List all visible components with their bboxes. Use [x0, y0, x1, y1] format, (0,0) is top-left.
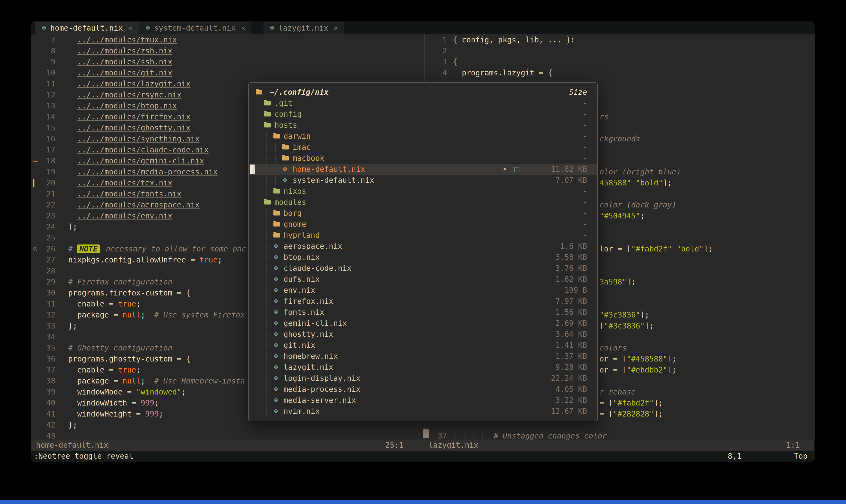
token [68, 134, 77, 143]
gutter-sign [31, 144, 42, 156]
line-number: 20 [42, 177, 55, 188]
token: 458588" "bold" [600, 178, 663, 187]
nix-file-icon: ❄ [273, 318, 283, 329]
tree-item-hyprland[interactable]: │ hyprland- [249, 230, 597, 241]
tree-item-gemini-cli.nix[interactable]: │ ❄gemini-cli.nix2.69 KB [249, 318, 597, 329]
code-fragment: or = ["#458588"]; [600, 354, 676, 364]
token: }; [68, 420, 77, 429]
gutter-gap [447, 46, 453, 56]
tree-item-imac[interactable]: │ │ imac- [249, 142, 597, 153]
tab-lazygit.nix[interactable]: ❄lazygit.nix× [263, 21, 344, 34]
gutter-sign [31, 397, 42, 409]
indent-guide: │ [264, 406, 273, 417]
neotree-root-path: ~/.config/nix [270, 88, 328, 96]
code-line: 8 ../../modules/zsh.nix [31, 46, 424, 56]
item-size: 12.67 KB [536, 406, 587, 417]
token: ../../modules/media-process.nix [77, 167, 218, 176]
code-line: 7 ../../modules/tmux.nix [31, 34, 424, 46]
token: ; [136, 300, 141, 308]
line-number: 7 [42, 34, 55, 46]
tree-item-env.nix[interactable]: │ ❄env.nix109 B [249, 285, 597, 296]
code-line: 43 [31, 430, 424, 439]
tree-item-darwin[interactable]: │ darwin- [249, 131, 597, 142]
indent-guide: │ [264, 241, 273, 252]
item-name: aerospace.nix [283, 241, 342, 252]
tree-item-claude-code.nix[interactable]: │ ❄claude-code.nix3.76 KB [249, 263, 597, 274]
item-size: 1.6 KB [536, 241, 587, 252]
tree-item-nixos[interactable]: │ nixos- [249, 186, 597, 197]
tree-item-config[interactable]: config- [249, 109, 597, 120]
indent-guide: │ [264, 131, 273, 142]
tree-item-firefox.nix[interactable]: │ ❄firefox.nix7.97 KB [249, 296, 597, 307]
token: true [200, 255, 218, 264]
tree-item-home-default.nix[interactable]: │ │ ❄home-default.nix•□11.82 KB [249, 164, 597, 175]
tree-item-system-default.nix[interactable]: │ │ ❄system-default.nix7.07 KB [249, 175, 597, 186]
gutter-gap [447, 34, 453, 46]
command-line[interactable]: :Neotree toggle reveal 8,1 Top [31, 451, 815, 462]
gutter-sign [31, 133, 42, 144]
token: ../../modules/lazygit.nix [77, 79, 190, 88]
folder-open-icon [264, 123, 271, 127]
tree-item-hosts[interactable]: hosts- [249, 120, 597, 131]
token: ]; [663, 178, 672, 187]
item-name: firefox.nix [283, 296, 333, 307]
line-number: 27 [42, 254, 55, 266]
item-name: homebrew.nix [283, 351, 338, 362]
token: ../../modules/claude-code.nix [77, 145, 209, 154]
line-number: 34 [42, 331, 55, 342]
gutter-sign [31, 78, 42, 89]
gutter-sign [31, 188, 42, 199]
folder-icon [273, 222, 280, 227]
tree-item-ghostty.nix[interactable]: │ ❄ghostty.nix3.64 KB [249, 329, 597, 340]
tree-item-fonts.nix[interactable]: │ ❄fonts.nix1.56 KB [249, 307, 597, 318]
token: "#fabd2f" [613, 398, 654, 408]
tree-item-btop.nix[interactable]: │ ❄btop.nix3.58 KB [249, 252, 597, 263]
tab-close-icon[interactable]: × [241, 24, 246, 33]
indent-guide: │ [264, 274, 273, 285]
item-name: btop.nix [283, 252, 320, 263]
token: "#458588" [626, 355, 668, 363]
code-fragment: color (dark gray) [600, 199, 676, 211]
tree-item-nvim.nix[interactable]: │ ❄nvim.nix12.67 KB [249, 406, 597, 417]
gutter-gap [55, 397, 68, 409]
tree-item-media-process.nix[interactable]: │ ❄media-process.nix4.05 KB [249, 384, 597, 395]
ruler-position: 8,1 [728, 451, 742, 462]
gutter-gap [55, 56, 68, 67]
gutter-sign [31, 375, 42, 386]
tab-system-default.nix[interactable]: ❄system-default.nix× [139, 21, 252, 34]
code-text: ../../modules/git.nix [68, 67, 424, 78]
token [68, 190, 77, 198]
scrollbar-thumb[interactable] [423, 429, 429, 438]
gutter-gap [55, 419, 68, 430]
indent-guide: │ [264, 230, 273, 241]
gutter-sign-bar: ▎ [31, 177, 42, 188]
tree-item-borg[interactable]: │ borg- [249, 208, 597, 219]
code-text: { config, pkgs, lib, ... }: [453, 34, 815, 46]
token: ]; [668, 365, 676, 374]
tree-item-login-display.nix[interactable]: │ ❄login-display.nix22.24 KB [249, 373, 597, 384]
gutter-sign [31, 354, 42, 364]
statusline-left-position: 25:1 [385, 441, 403, 450]
tree-item-gnome[interactable]: │ gnome- [249, 219, 597, 230]
tree-item-git.nix[interactable]: │ ❄git.nix1.41 KB [249, 340, 597, 351]
item-name: system-default.nix [292, 175, 374, 186]
tree-item-modules[interactable]: modules- [249, 197, 597, 208]
tree-item-aerospace.nix[interactable]: │ ❄aerospace.nix1.6 KB [249, 241, 597, 252]
tree-item-media-server.nix[interactable]: │ ❄media-server.nix3.22 KB [249, 395, 597, 406]
tab-home-default.nix[interactable]: ❄home-default.nix× [35, 21, 139, 34]
code-fragment: r rebase [600, 386, 636, 397]
tab-close-icon[interactable]: × [128, 24, 133, 33]
tree-item-lazygit.nix[interactable]: │ ❄lazygit.nix9.28 KB [249, 362, 597, 373]
tree-item-.git[interactable]: .git- [249, 98, 597, 109]
line-number: 35 [42, 342, 55, 354]
token: nixpkgs.config.allowUnfree = [68, 255, 200, 264]
gutter-sign-circle: ◎ [31, 244, 42, 254]
tree-item-dufs.nix[interactable]: │ ❄dufs.nix1.62 KB [249, 274, 597, 285]
tree-item-macbook[interactable]: │ │ macbook- [249, 153, 597, 164]
tree-item-homebrew.nix[interactable]: │ ❄homebrew.nix1.37 KB [249, 351, 597, 362]
line-number: 43 [42, 430, 55, 439]
folder-icon [264, 101, 271, 106]
tab-close-icon[interactable]: × [333, 24, 338, 33]
open-buffer-dot: • [502, 164, 507, 175]
folder-open-icon [264, 200, 271, 204]
